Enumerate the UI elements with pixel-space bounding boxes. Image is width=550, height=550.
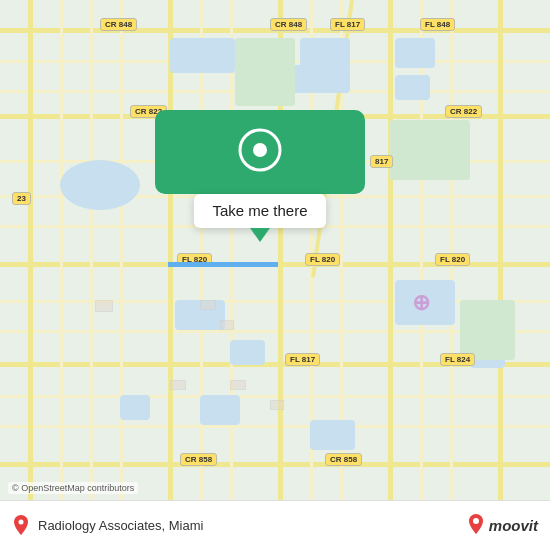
- label-cr848-left: CR 848: [100, 18, 137, 31]
- svg-point-3: [473, 518, 479, 524]
- road-cr858: [0, 462, 550, 467]
- location-pin-icon: [238, 128, 282, 172]
- water-10: [200, 395, 240, 425]
- road-vert4: [388, 0, 393, 500]
- label-cr858-right: CR 858: [325, 453, 362, 466]
- building-3: [220, 320, 234, 330]
- road-vert-minor3: [120, 0, 123, 500]
- label-cr848-mid: CR 848: [270, 18, 307, 31]
- moovit-text: moovit: [489, 517, 538, 534]
- building-7: [270, 400, 284, 410]
- water-2: [300, 38, 350, 68]
- road-vert-minor1: [60, 0, 63, 500]
- location-pin-icon-bottom: [12, 515, 30, 537]
- road-vert2: [168, 0, 173, 500]
- label-fl820-right: FL 820: [435, 253, 470, 266]
- label-cr858-left: CR 858: [180, 453, 217, 466]
- label-fl820-mid: FL 820: [305, 253, 340, 266]
- label-fl817-top: FL 817: [330, 18, 365, 31]
- map-container: ⊕ CR 848 CR 848 FL 848 FL 817 CR 822 CR …: [0, 0, 550, 500]
- svg-point-1: [253, 143, 267, 157]
- water-11: [310, 420, 355, 450]
- take-me-there-label: Take me there: [212, 202, 307, 219]
- water-3: [290, 65, 350, 93]
- water-1: [170, 38, 235, 73]
- moovit-pin-icon: [466, 514, 486, 538]
- route-line-h: [168, 262, 278, 267]
- map-attribution: © OpenStreetMap contributors: [8, 482, 138, 494]
- water-8: [230, 340, 265, 365]
- building-5: [170, 380, 186, 390]
- label-route23: 23: [12, 192, 31, 205]
- road-vert1: [28, 0, 33, 500]
- hospital-symbol: ⊕: [412, 290, 430, 316]
- building-4: [95, 300, 113, 312]
- bottom-title: Radiology Associates, Miami: [38, 518, 203, 533]
- label-fl848: FL 848: [420, 18, 455, 31]
- label-fl817-bot: FL 817: [285, 353, 320, 366]
- popup-green-area: [155, 110, 365, 194]
- water-pond: [60, 160, 140, 210]
- popup-arrow: [250, 228, 270, 242]
- green-2: [390, 120, 470, 180]
- water-4: [395, 38, 435, 68]
- label-fl824: FL 824: [440, 353, 475, 366]
- road-vert-minor4: [200, 0, 203, 500]
- road-minor9: [0, 425, 550, 428]
- road-vert-minor5: [230, 0, 233, 500]
- green-1: [235, 38, 295, 106]
- water-9: [120, 395, 150, 420]
- green-3: [460, 300, 515, 360]
- road-minor8: [0, 395, 550, 398]
- location-popup: Take me there: [155, 110, 365, 242]
- road-vert-minor9: [450, 0, 453, 500]
- svg-point-2: [19, 519, 24, 524]
- road-vert5: [498, 0, 503, 500]
- label-817-mid: 817: [370, 155, 393, 168]
- building-2: [200, 300, 216, 310]
- bottom-bar: Radiology Associates, Miami moovit: [0, 500, 550, 550]
- moovit-logo: moovit: [466, 514, 538, 538]
- take-me-there-button[interactable]: Take me there: [194, 194, 325, 228]
- road-vert-minor2: [90, 0, 93, 500]
- label-cr822-right: CR 822: [445, 105, 482, 118]
- water-5: [395, 75, 430, 100]
- building-6: [230, 380, 246, 390]
